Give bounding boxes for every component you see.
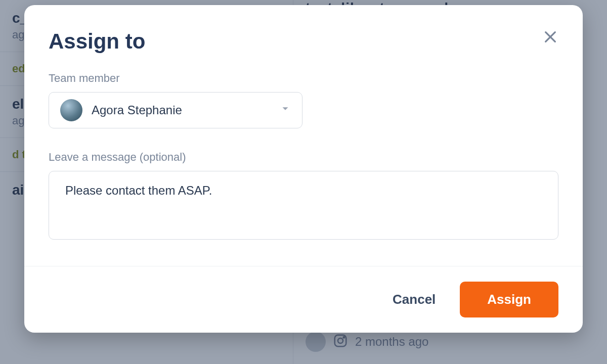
message-textarea[interactable] [49,171,558,240]
team-member-select[interactable]: Agora Stephanie [49,92,302,128]
assign-button[interactable]: Assign [460,282,558,317]
cancel-button[interactable]: Cancel [387,285,441,314]
close-icon [542,29,558,47]
avatar [60,99,82,121]
modal-footer: Cancel Assign [24,266,583,333]
selected-member-name: Agora Stephanie [92,103,182,117]
assign-modal: Assign to Team member Agora Stephanie Le… [24,5,583,333]
message-label: Leave a message (optional) [49,151,558,164]
close-button[interactable] [540,27,560,48]
team-member-label: Team member [49,72,558,85]
chevron-down-icon [280,103,291,117]
modal-title: Assign to [49,29,558,54]
